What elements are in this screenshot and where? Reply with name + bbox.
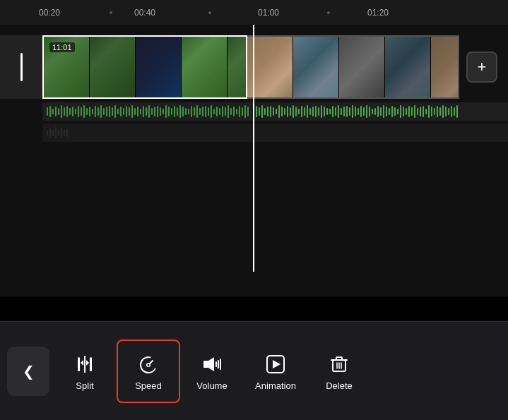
svg-rect-17 <box>95 106 96 117</box>
svg-rect-8 <box>69 108 71 115</box>
svg-rect-147 <box>52 129 54 136</box>
audio-waveform-2 <box>42 124 508 142</box>
bottom-toolbar: ❮ Split <box>0 321 508 420</box>
svg-rect-53 <box>196 105 198 118</box>
timecode-0100: 01:00 <box>258 8 279 18</box>
svg-rect-141 <box>448 108 449 115</box>
svg-rect-124 <box>400 105 401 118</box>
add-clip-button[interactable]: + <box>466 52 497 83</box>
svg-rect-25 <box>117 109 119 114</box>
svg-rect-149 <box>58 130 59 136</box>
svg-rect-148 <box>55 127 57 138</box>
svg-rect-146 <box>49 128 51 138</box>
split-icon <box>71 351 98 378</box>
playhead[interactable] <box>253 25 254 272</box>
svg-rect-119 <box>386 107 387 116</box>
svg-rect-37 <box>151 108 153 115</box>
svg-rect-113 <box>369 107 370 116</box>
svg-rect-98 <box>326 108 328 115</box>
svg-rect-92 <box>309 108 311 115</box>
audio-waveform <box>42 102 508 121</box>
svg-rect-49 <box>185 108 187 115</box>
svg-rect-143 <box>454 107 455 116</box>
svg-rect-24 <box>114 105 116 118</box>
waveform-svg-2 <box>45 124 505 141</box>
svg-rect-69 <box>242 107 243 116</box>
svg-rect-54 <box>199 108 201 115</box>
svg-rect-104 <box>343 107 345 116</box>
svg-rect-59 <box>213 109 215 114</box>
svg-rect-41 <box>163 109 164 114</box>
svg-rect-28 <box>126 106 127 117</box>
svg-rect-126 <box>406 108 407 115</box>
svg-rect-13 <box>83 105 85 118</box>
svg-rect-87 <box>295 107 297 116</box>
svg-rect-93 <box>312 107 314 116</box>
svg-rect-45 <box>174 106 175 117</box>
add-icon: + <box>478 59 487 75</box>
svg-marker-168 <box>273 360 280 368</box>
svg-rect-75 <box>261 105 263 118</box>
speed-label: Speed <box>135 380 162 391</box>
svg-rect-14 <box>86 108 88 115</box>
svg-rect-88 <box>298 109 300 114</box>
svg-rect-2 <box>52 109 54 114</box>
svg-rect-73 <box>256 106 257 117</box>
svg-rect-115 <box>374 108 376 115</box>
svg-rect-12 <box>81 107 82 116</box>
svg-rect-86 <box>293 105 294 118</box>
svg-rect-123 <box>397 109 398 114</box>
svg-rect-9 <box>72 107 73 116</box>
svg-rect-150 <box>61 128 62 138</box>
svg-rect-76 <box>264 108 266 115</box>
svg-rect-135 <box>431 107 432 116</box>
svg-rect-15 <box>89 107 90 116</box>
waveform-svg <box>45 103 505 120</box>
svg-rect-33 <box>140 109 141 114</box>
svg-rect-109 <box>358 108 359 115</box>
back-button[interactable]: ❮ <box>7 347 49 396</box>
svg-rect-134 <box>428 105 430 118</box>
svg-rect-138 <box>439 107 441 116</box>
tool-delete[interactable]: Delete <box>307 340 371 403</box>
svg-rect-90 <box>304 107 305 116</box>
svg-rect-46 <box>177 107 178 116</box>
svg-rect-55 <box>202 107 203 116</box>
svg-rect-142 <box>451 106 452 117</box>
svg-rect-10 <box>75 109 76 114</box>
tool-split[interactable]: Split <box>53 340 117 403</box>
svg-rect-31 <box>134 108 136 115</box>
svg-rect-112 <box>366 105 367 118</box>
svg-rect-103 <box>341 108 342 115</box>
svg-rect-43 <box>168 107 170 116</box>
svg-rect-1 <box>49 106 51 117</box>
timecode-0020: 00:20 <box>39 8 60 18</box>
svg-rect-32 <box>137 107 138 116</box>
svg-rect-64 <box>228 105 229 118</box>
volume-icon <box>199 351 225 378</box>
svg-rect-39 <box>157 106 158 117</box>
svg-rect-27 <box>123 108 124 115</box>
svg-rect-140 <box>445 107 447 116</box>
svg-rect-133 <box>425 109 427 114</box>
svg-rect-127 <box>408 106 410 117</box>
tool-volume[interactable]: Volume <box>180 340 244 403</box>
svg-rect-107 <box>352 105 353 118</box>
svg-rect-4 <box>58 108 59 115</box>
tool-animation[interactable]: Animation <box>244 340 307 403</box>
svg-rect-95 <box>318 107 319 116</box>
svg-rect-21 <box>106 107 107 116</box>
svg-rect-51 <box>191 106 192 117</box>
svg-rect-162 <box>203 361 208 368</box>
svg-rect-153 <box>78 357 80 371</box>
svg-rect-121 <box>391 106 393 117</box>
svg-rect-67 <box>236 109 237 114</box>
svg-rect-56 <box>205 106 206 117</box>
tool-speed[interactable]: Speed <box>117 340 180 403</box>
svg-rect-82 <box>281 107 283 116</box>
svg-rect-102 <box>338 105 339 118</box>
svg-rect-99 <box>329 109 331 114</box>
svg-rect-125 <box>403 107 404 116</box>
svg-rect-128 <box>411 107 413 116</box>
svg-rect-18 <box>98 107 99 116</box>
